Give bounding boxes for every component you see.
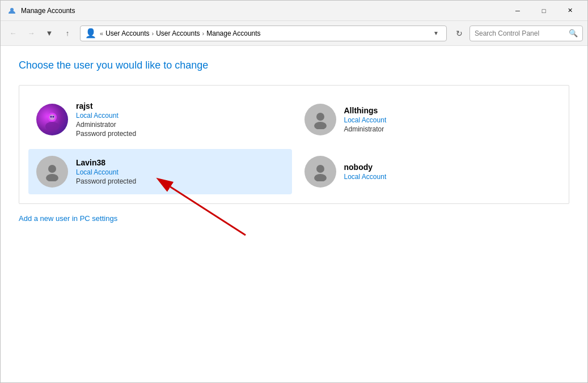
person-icon-allthings	[311, 110, 330, 129]
person-icon-nobody	[311, 162, 330, 181]
breadcrumb-prefix: «	[100, 30, 103, 37]
maximize-button[interactable]: □	[531, 1, 557, 21]
avatar-nobody	[304, 156, 336, 188]
avatar-rajst-inner	[36, 104, 68, 135]
window-icon	[7, 6, 16, 15]
breadcrumb-level0[interactable]: User Accounts	[105, 29, 149, 37]
account-detail-allthings-1: Local Account	[344, 116, 387, 124]
up-button[interactable]: ↑	[60, 25, 75, 41]
account-detail-allthings-2: Administrator	[344, 125, 387, 133]
breadcrumb-level2[interactable]: Manage Accounts	[206, 29, 260, 37]
account-info-rajst: rajst Local Account Administrator Passwo…	[76, 101, 136, 138]
account-detail-rajst-2: Administrator	[76, 121, 136, 129]
svg-point-11	[314, 174, 327, 181]
refresh-button[interactable]: ↻	[451, 25, 467, 41]
breadcrumb-level1[interactable]: User Accounts	[156, 29, 200, 37]
svg-point-4	[50, 116, 52, 118]
recent-locations-button[interactable]: ▼	[41, 25, 57, 41]
search-icon: 🔍	[569, 29, 578, 37]
account-name-nobody: nobody	[344, 163, 387, 172]
account-info-allthings: Allthings Local Account Administrator	[344, 106, 387, 133]
breadcrumb-sep-2: ›	[202, 30, 205, 37]
svg-point-7	[314, 122, 327, 129]
svg-point-8	[48, 165, 56, 173]
add-user-link[interactable]: Add a new user in PC settings	[19, 214, 117, 223]
page-title: Choose the user you would like to change	[19, 59, 569, 71]
svg-point-5	[53, 116, 54, 118]
back-button[interactable]: ←	[5, 25, 21, 41]
address-bar-icon: 👤	[85, 28, 96, 39]
window-title: Manage Accounts	[21, 7, 75, 15]
nav-bar: ← → ▼ ↑ 👤 « User Accounts › User Account…	[1, 21, 587, 46]
accounts-wrapper: rajst Local Account Administrator Passwo…	[19, 85, 569, 204]
account-item-allthings[interactable]: Allthings Local Account Administrator	[297, 95, 560, 144]
main-content: Choose the user you would like to change	[1, 46, 587, 382]
search-input[interactable]	[475, 29, 565, 37]
account-name-lavin38: Lavin38	[76, 158, 136, 167]
account-info-lavin38: Lavin38 Local Account Password protected	[76, 158, 136, 185]
svg-point-3	[49, 114, 55, 120]
svg-point-6	[316, 113, 324, 121]
avatar-allthings	[304, 104, 336, 135]
forward-button[interactable]: →	[23, 25, 39, 41]
search-box: 🔍	[469, 25, 583, 41]
minimize-button[interactable]: ─	[505, 1, 531, 21]
account-info-nobody: nobody Local Account	[344, 163, 387, 181]
address-dropdown-button[interactable]: ▼	[430, 28, 442, 39]
avatar-icon-rajst	[42, 109, 62, 130]
account-item-rajst[interactable]: rajst Local Account Administrator Passwo…	[28, 95, 292, 144]
avatar-lavin38	[36, 156, 68, 188]
account-item-lavin38[interactable]: Lavin38 Local Account Password protected	[28, 149, 292, 194]
account-detail-lavin38-1: Local Account	[76, 168, 136, 176]
account-item-nobody[interactable]: nobody Local Account	[297, 149, 560, 194]
svg-point-2	[45, 122, 59, 130]
title-bar: Manage Accounts ─ □ ✕	[1, 1, 587, 21]
breadcrumb-sep-1: ›	[152, 30, 154, 37]
address-bar: 👤 « User Accounts › User Accounts › Mana…	[80, 25, 447, 41]
accounts-container: rajst Local Account Administrator Passwo…	[19, 85, 569, 204]
account-detail-rajst-1: Local Account	[76, 112, 136, 120]
avatar-rajst	[36, 104, 68, 135]
account-detail-nobody-1: Local Account	[344, 173, 387, 181]
svg-point-9	[46, 174, 58, 181]
account-name-rajst: rajst	[76, 101, 136, 110]
close-button[interactable]: ✕	[557, 1, 583, 21]
person-icon-lavin38	[43, 162, 62, 181]
account-detail-rajst-3: Password protected	[76, 130, 136, 138]
title-bar-controls: ─ □ ✕	[505, 1, 583, 21]
title-bar-left: Manage Accounts	[7, 6, 75, 15]
main-window: Manage Accounts ─ □ ✕ ← → ▼ ↑ 👤 « User A…	[0, 0, 588, 383]
svg-point-10	[316, 165, 324, 173]
breadcrumb: « User Accounts › User Accounts › Manage…	[100, 29, 427, 37]
account-name-allthings: Allthings	[344, 106, 387, 115]
account-detail-lavin38-2: Password protected	[76, 177, 136, 185]
